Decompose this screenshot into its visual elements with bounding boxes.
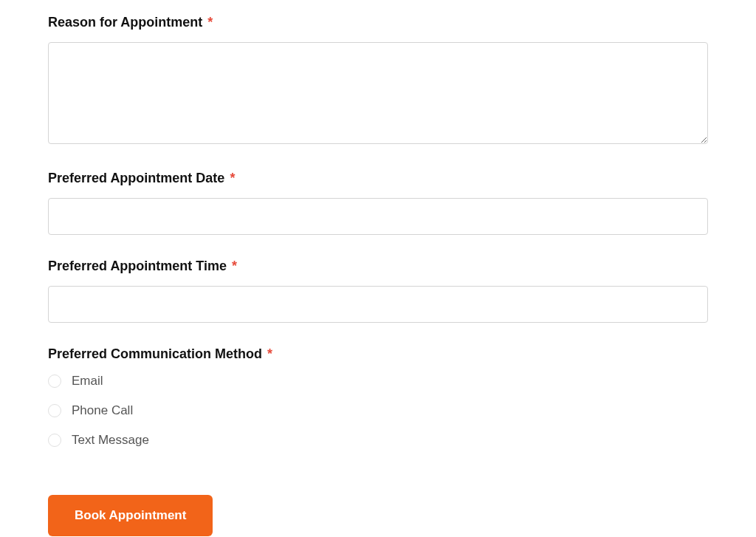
time-label-text: Preferred Appointment Time: [48, 259, 227, 273]
radio-option-text[interactable]: Text Message: [48, 433, 708, 448]
time-input[interactable]: [48, 286, 708, 323]
time-label: Preferred Appointment Time *: [48, 259, 708, 274]
radio-circle[interactable]: [48, 434, 61, 447]
radio-label: Text Message: [72, 433, 149, 448]
reason-label: Reason for Appointment *: [48, 15, 708, 30]
radio-circle[interactable]: [48, 404, 61, 417]
radio-label: Phone Call: [72, 403, 133, 418]
date-input[interactable]: [48, 198, 708, 235]
radio-circle[interactable]: [48, 374, 61, 388]
communication-label: Preferred Communication Method *: [48, 346, 708, 362]
communication-label-text: Preferred Communication Method: [48, 346, 262, 361]
reason-textarea[interactable]: [48, 42, 708, 144]
reason-label-text: Reason for Appointment: [48, 15, 202, 30]
radio-label: Email: [72, 374, 103, 389]
required-marker: *: [232, 259, 237, 273]
date-label: Preferred Appointment Date *: [48, 171, 708, 186]
required-marker: *: [230, 171, 235, 185]
book-appointment-button[interactable]: Book Appointment: [48, 495, 213, 536]
required-marker: *: [267, 346, 272, 361]
radio-option-phone[interactable]: Phone Call: [48, 403, 708, 418]
required-marker: *: [207, 15, 213, 30]
date-label-text: Preferred Appointment Date: [48, 171, 224, 185]
radio-option-email[interactable]: Email: [48, 374, 708, 389]
communication-radio-group: Email Phone Call Text Message: [48, 374, 708, 448]
